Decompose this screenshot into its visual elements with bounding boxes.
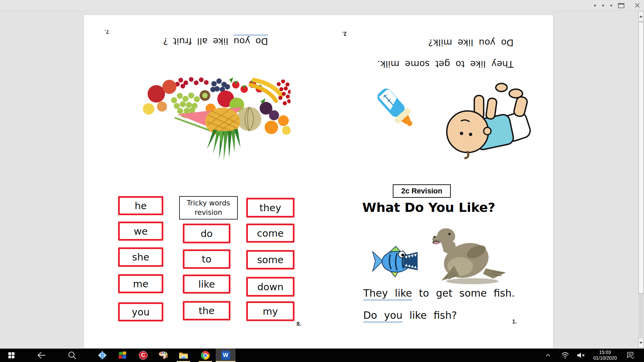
scrollbar-track[interactable] <box>638 22 644 337</box>
taskbar-app-file-explorer[interactable] <box>177 349 190 362</box>
search-button[interactable] <box>65 349 79 362</box>
sync-app-icon <box>98 351 107 360</box>
taskbar-app-ccleaner[interactable]: C <box>137 349 150 362</box>
grammar-underlined-text: Do you <box>233 35 268 47</box>
word-card: some <box>246 250 294 269</box>
blocks-app-icon <box>118 351 127 360</box>
page-number-1: 1. <box>512 319 517 325</box>
word-card: me <box>118 274 163 293</box>
back-button[interactable] <box>35 349 48 362</box>
seal-image <box>425 226 507 286</box>
word-card: the <box>183 301 230 320</box>
grammar-underlined-text: They like <box>363 287 412 301</box>
fish-image <box>371 244 418 278</box>
wifi-icon <box>561 352 569 359</box>
taskbar-app-chrome[interactable] <box>199 349 212 362</box>
chevron-up-icon <box>545 354 551 357</box>
action-center-icon <box>627 352 635 359</box>
taskbar-app-sync[interactable] <box>96 349 109 362</box>
scrollbar-thumb[interactable] <box>638 22 644 294</box>
more-options-button[interactable]: • • • <box>596 0 612 11</box>
baby-image <box>441 76 533 167</box>
word-card: she <box>118 247 163 267</box>
vertical-scrollbar <box>638 11 644 349</box>
scroll-up-button[interactable] <box>638 11 644 21</box>
close-icon[interactable] <box>631 0 644 11</box>
milk-sentence: They like to get some milk. <box>356 53 514 75</box>
volume-muted-icon <box>577 352 585 359</box>
fruit-arrangement-image <box>141 75 290 161</box>
scroll-down-button[interactable] <box>638 338 644 348</box>
word-card: he <box>118 196 163 215</box>
word-card: like <box>183 275 230 294</box>
chrome-icon <box>201 351 210 360</box>
taskbar-app-blocks[interactable] <box>116 349 129 362</box>
word-card: to <box>183 249 230 269</box>
hidden-icons-button[interactable] <box>541 349 555 362</box>
word-card: we <box>118 222 163 241</box>
tricky-words-label: Tricky words revision <box>179 196 238 220</box>
grammar-underlined-text: Do you <box>363 309 402 323</box>
word-card: you <box>118 302 163 321</box>
taskbar-app-paint[interactable] <box>157 349 170 362</box>
word-card: my <box>246 301 294 321</box>
page-number-7: 7. <box>105 28 109 35</box>
fruit-question-heading: Do you like all fruit ? <box>149 33 282 47</box>
action-center-button[interactable] <box>624 349 637 362</box>
paint-palette-icon <box>159 351 168 360</box>
taskbar-clock[interactable]: 15:03 01/10/2020 <box>588 349 623 362</box>
windows-taskbar: C W <box>0 349 644 362</box>
word-icon: W <box>221 351 230 360</box>
document-page[interactable]: 7. Do you like all fruit ? <box>84 15 553 349</box>
title-bar: • • • <box>0 0 644 11</box>
file-explorer-icon <box>179 351 188 359</box>
clock-time: 15:03 <box>599 350 611 355</box>
pop-out-icon[interactable] <box>614 0 628 11</box>
fish-question: Do you like fish? <box>363 309 457 321</box>
ccleaner-icon: C <box>139 351 148 360</box>
taskbar-app-word-active[interactable]: W <box>216 349 235 362</box>
revision-badge: 2c Revision <box>393 184 451 198</box>
word-card: come <box>246 224 294 243</box>
search-icon <box>68 351 76 360</box>
word-card: do <box>183 224 230 243</box>
milk-text-block: They like to get some milk. Do you like … <box>356 32 514 75</box>
start-button[interactable] <box>5 349 18 362</box>
volume-button[interactable] <box>574 349 588 362</box>
milk-bottle-image <box>371 84 421 134</box>
word-card: they <box>246 198 294 218</box>
page-number-8: 8. <box>297 321 301 327</box>
document-workspace: 7. Do you like all fruit ? <box>0 11 638 349</box>
page-number-2: 2. <box>342 31 346 37</box>
clock-date: 01/10/2020 <box>593 355 617 361</box>
windows-logo-icon <box>8 352 14 358</box>
back-arrow-icon <box>37 351 46 360</box>
network-button[interactable] <box>558 349 572 362</box>
milk-question: Do you like milk? <box>356 32 514 53</box>
story-title: What Do You Like? <box>362 200 495 215</box>
fish-sentence: They like to get some fish. <box>363 287 515 299</box>
word-card: down <box>246 277 294 297</box>
